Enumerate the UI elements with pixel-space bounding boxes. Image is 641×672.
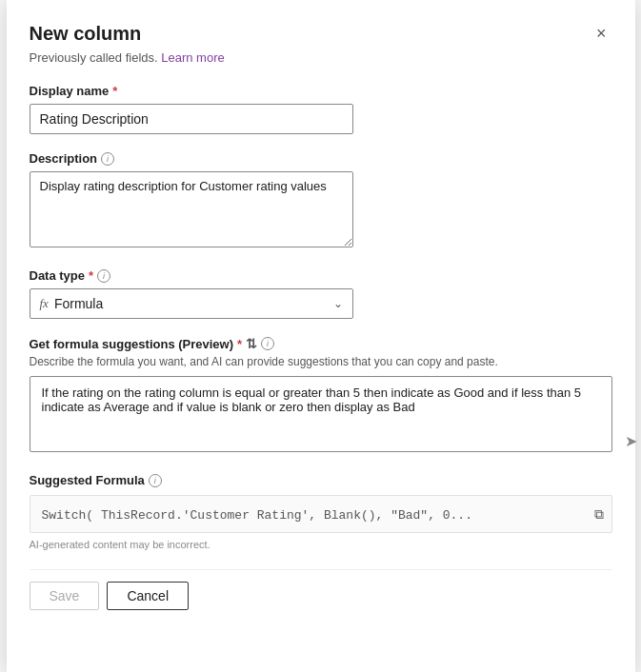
fx-icon: fx bbox=[40, 296, 49, 311]
save-button[interactable]: Save bbox=[30, 582, 100, 610]
dialog-header: New column × bbox=[30, 23, 612, 45]
dialog-subtitle: Previously called fields. Learn more bbox=[30, 50, 612, 65]
chevron-down-icon: ⌄ bbox=[333, 297, 343, 310]
cancel-button[interactable]: Cancel bbox=[107, 582, 189, 610]
data-type-section: Data type * i fx Formula ⌄ bbox=[30, 268, 612, 319]
dialog-footer: Save Cancel bbox=[30, 569, 612, 610]
description-label: Description i bbox=[30, 151, 612, 166]
data-type-required-star: * bbox=[89, 268, 93, 283]
formula-suggestions-info-icon: i bbox=[261, 337, 274, 350]
dialog-title: New column bbox=[30, 23, 142, 45]
formula-code: Switch( ThisRecord.'Customer Rating', Bl… bbox=[42, 508, 472, 523]
data-type-label: Data type * i bbox=[30, 268, 612, 283]
description-section: Description i Display rating description… bbox=[30, 151, 612, 251]
data-type-value: Formula bbox=[54, 296, 103, 311]
description-info-icon: i bbox=[101, 152, 114, 166]
data-type-select[interactable]: fx Formula ⌄ bbox=[30, 288, 353, 319]
close-button[interactable]: × bbox=[591, 23, 612, 44]
display-name-section: Display name * bbox=[30, 84, 612, 134]
refresh-icon: ⇅ bbox=[246, 336, 257, 351]
suggested-formula-section: Suggested Formula i Switch( ThisRecord.'… bbox=[30, 473, 612, 550]
suggested-formula-label: Suggested Formula i bbox=[30, 473, 612, 487]
send-button[interactable]: ➤ bbox=[619, 426, 642, 456]
data-type-select-wrapper: fx Formula ⌄ bbox=[30, 288, 353, 319]
formula-suggestions-required-star: * bbox=[237, 337, 242, 351]
new-column-dialog: New column × Previously called fields. L… bbox=[7, 0, 635, 672]
suggested-formula-info-icon: i bbox=[149, 474, 162, 487]
copy-button[interactable]: ⧉ bbox=[594, 506, 604, 523]
formula-input[interactable]: If the rating on the rating column is eq… bbox=[30, 376, 612, 452]
display-name-input[interactable] bbox=[30, 104, 353, 134]
display-name-label: Display name * bbox=[30, 84, 612, 98]
formula-textarea-wrapper: If the rating on the rating column is eq… bbox=[30, 376, 612, 456]
formula-hint: Describe the formula you want, and AI ca… bbox=[30, 355, 612, 368]
data-type-info-icon: i bbox=[97, 269, 110, 283]
formula-code-wrapper: Switch( ThisRecord.'Customer Rating', Bl… bbox=[30, 495, 612, 533]
learn-more-link[interactable]: Learn more bbox=[161, 50, 224, 65]
select-btn-inner: fx Formula bbox=[40, 296, 104, 311]
required-star: * bbox=[112, 84, 117, 98]
ai-notice: AI-generated content may be incorrect. bbox=[30, 539, 612, 550]
description-input[interactable]: Display rating description for Customer … bbox=[30, 171, 353, 247]
formula-suggestions-section: Get formula suggestions (Preview) * ⇅ i … bbox=[30, 336, 612, 456]
formula-suggestions-label: Get formula suggestions (Preview) * ⇅ i bbox=[30, 336, 612, 351]
